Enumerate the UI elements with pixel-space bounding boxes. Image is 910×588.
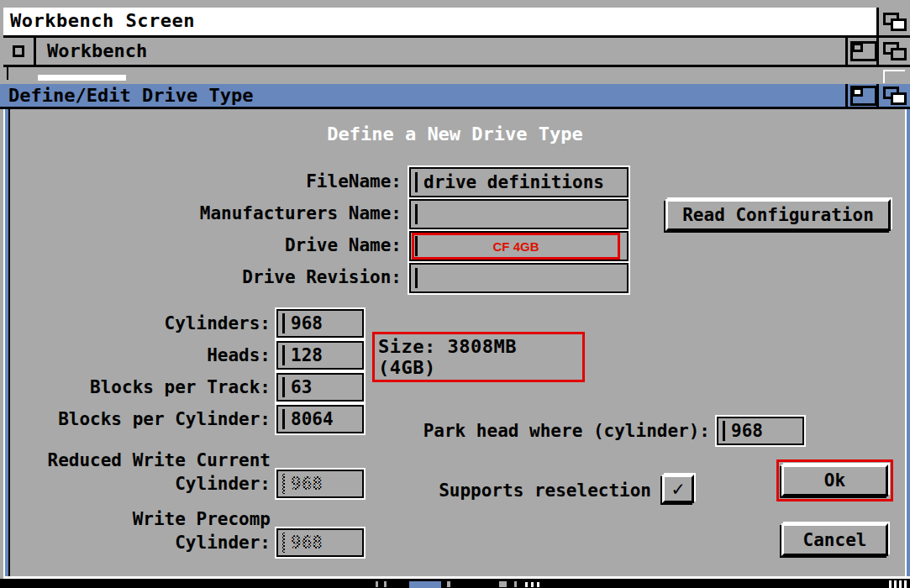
text-cursor <box>282 345 285 365</box>
filename-label: FileName: <box>306 171 402 192</box>
text-cursor <box>415 268 418 288</box>
window-border-right <box>907 109 910 579</box>
window-border-left <box>8 109 10 579</box>
drive-revision-input[interactable] <box>409 263 629 293</box>
ok-annotation <box>776 459 893 501</box>
text-cursor <box>415 172 418 192</box>
heads-input[interactable]: 128 <box>276 341 364 370</box>
workbench-titlebar[interactable]: Workbench <box>3 38 910 65</box>
close-icon <box>13 45 24 57</box>
cancel-button[interactable]: Cancel <box>781 523 888 556</box>
blocks-per-cylinder-label: Blocks per Cylinder: <box>58 409 271 429</box>
background-window-fragment <box>447 581 450 587</box>
close-gadget[interactable] <box>3 38 36 65</box>
dialog-depth-gadget[interactable] <box>876 84 910 107</box>
zoom-icon <box>850 41 877 61</box>
screen-title: Workbench Screen <box>10 10 195 31</box>
heads-label: Heads: <box>207 345 271 365</box>
reduced-write-label: Reduced Write Current <box>47 450 271 470</box>
workbench-depth-gadget[interactable] <box>876 38 910 65</box>
dialog-title: Define/Edit Drive Type <box>8 84 253 107</box>
background-window-fragment <box>38 75 126 81</box>
blocks-per-cylinder-input[interactable]: 8064 <box>276 405 364 433</box>
drive-name-label: Drive Name: <box>285 235 402 255</box>
bottom-strip <box>0 579 910 588</box>
background-window-fragment <box>883 70 885 83</box>
text-cursor <box>282 313 285 333</box>
filename-input[interactable]: drive definitions <box>409 167 629 197</box>
checkmark-icon: ✓ <box>672 477 684 501</box>
dialog-zoom-gadget[interactable] <box>845 84 879 107</box>
depth-icon <box>883 13 907 31</box>
dialog-titlebar[interactable]: Define/Edit Drive Type <box>0 84 910 107</box>
size-annotation: Size: 3808MB (4GB) <box>372 332 585 382</box>
reduced-write-input: 968 <box>276 470 364 498</box>
divider <box>3 65 910 67</box>
text-cursor <box>282 533 285 553</box>
background-window-fragment <box>7 67 8 80</box>
text-cursor <box>282 474 285 494</box>
workbench-zoom-gadget[interactable] <box>845 38 879 65</box>
cylinders-label: Cylinders: <box>165 313 271 333</box>
supports-reselection-label: Supports reselection <box>439 480 651 501</box>
screen-titlebar[interactable]: Workbench Screen <box>3 8 910 35</box>
background-window-fragment <box>409 581 441 588</box>
depth-icon <box>883 87 907 105</box>
park-head-label: Park head where (cylinder): <box>423 421 710 441</box>
manufacturer-input[interactable] <box>409 199 629 229</box>
manufacturer-label: Manufacturers Name: <box>200 203 402 223</box>
workbench-title: Workbench <box>47 40 147 61</box>
blocks-per-track-input[interactable]: 63 <box>276 373 364 402</box>
text-cursor <box>282 377 285 397</box>
depth-icon <box>883 42 907 60</box>
background-window-fragment <box>514 581 517 587</box>
divider <box>0 107 910 109</box>
write-precomp-cylinder-label: Cylinder: <box>175 533 271 553</box>
zoom-icon <box>850 86 877 106</box>
text-cursor <box>723 421 725 441</box>
background-window-fragment <box>537 582 539 587</box>
text-cursor <box>415 204 418 224</box>
background-window-fragment <box>889 580 907 588</box>
background-window-fragment <box>376 581 378 587</box>
park-head-input[interactable]: 968 <box>717 417 804 445</box>
drive-revision-label: Drive Revision: <box>242 267 402 287</box>
background-window-fragment <box>531 582 534 587</box>
blocks-per-track-label: Blocks per Track: <box>90 377 271 397</box>
screen-depth-gadget[interactable] <box>876 8 910 35</box>
reduced-write-cylinder-label: Cylinder: <box>175 474 271 494</box>
background-window-fragment <box>883 70 905 71</box>
cylinders-input[interactable]: 968 <box>276 309 364 338</box>
workbench-screen: Workbench Screen Workbench <box>0 0 910 588</box>
size-text: Size: 3808MB (4GB) <box>378 336 582 378</box>
background-window-fragment <box>499 581 507 587</box>
background-window-fragment <box>525 582 528 587</box>
dialog-heading: Define a New Drive Type <box>0 123 910 144</box>
write-precomp-input: 968 <box>276 528 364 557</box>
supports-reselection-checkbox[interactable]: ✓ <box>662 475 694 503</box>
drive-name-annotation: CF 4GB <box>412 233 620 260</box>
text-cursor <box>282 409 285 429</box>
write-precomp-label: Write Precomp <box>133 509 271 529</box>
read-configuration-button[interactable]: Read Configuration <box>665 199 891 231</box>
background-window-fragment <box>384 581 387 587</box>
